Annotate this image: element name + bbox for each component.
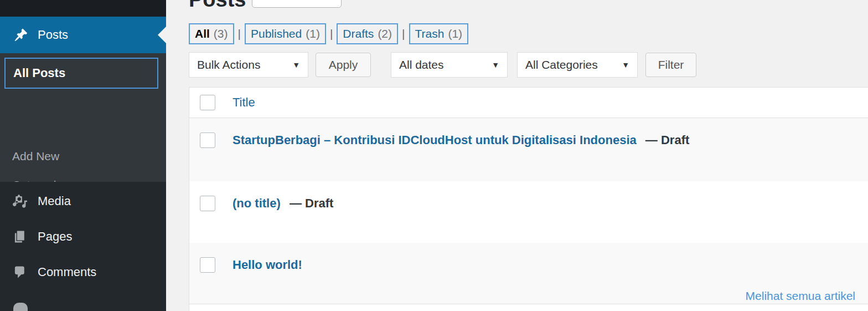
add-new-button[interactable] (252, 0, 342, 8)
media-icon (12, 193, 28, 209)
view-trash-count: (1) (448, 27, 462, 40)
active-menu-arrow (158, 27, 166, 43)
post-status-draft: — Draft (290, 196, 333, 210)
post-status-views: All (3) | Published (1) | Drafts (2) | T… (189, 23, 468, 44)
sidebar-item-comments-label: Comments (38, 265, 96, 279)
apply-button[interactable]: Apply (316, 53, 371, 77)
view-separator: | (402, 27, 405, 40)
filter-button[interactable]: Filter (645, 53, 696, 77)
sidebar-item-media-label: Media (38, 194, 71, 208)
sidebar-item-pages-label: Pages (38, 230, 72, 244)
view-drafts-label: Drafts (343, 27, 374, 40)
view-separator: | (238, 27, 241, 40)
table-header-row: Title (189, 88, 868, 118)
pages-icon (12, 229, 28, 244)
sidebar-item-media[interactable]: Media (0, 186, 166, 216)
wordpress-admin-posts-page: Posts All Posts Add New Categories Tags … (0, 0, 868, 311)
comments-icon (12, 264, 28, 280)
row-checkbox[interactable] (200, 257, 215, 273)
sidebar-lower-menu: Media Pages Comments (0, 182, 166, 311)
list-toolbar: Bulk Actions ▼ Apply All dates ▼ All Cat… (189, 52, 696, 78)
dropdown-arrow-icon: ▼ (492, 60, 499, 69)
pushpin-icon (13, 27, 29, 43)
sidebar-item-all-posts-label: All Posts (13, 66, 65, 80)
bulk-actions-value: Bulk Actions (197, 58, 260, 72)
page-title: Posts (189, 0, 246, 12)
column-header-title[interactable]: Title (232, 95, 255, 110)
table-row: StartupBerbagi – Kontribusi IDCloudHost … (189, 118, 868, 181)
view-trash-label: Trash (415, 27, 445, 40)
post-status-draft: — Draft (645, 133, 689, 147)
dates-filter-value: All dates (399, 58, 444, 72)
posts-submenu: All Posts Add New Categories Tags (0, 53, 166, 182)
view-separator: | (330, 27, 333, 40)
select-all-checkbox[interactable] (200, 95, 215, 110)
sidebar-item-pages[interactable]: Pages (0, 222, 166, 252)
sidebar-item-add-new[interactable]: Add New (12, 150, 59, 163)
categories-filter-value: All Categories (525, 58, 598, 72)
sidebar-item-posts-label: Posts (38, 28, 68, 42)
post-title-link[interactable]: (no title) (232, 196, 281, 210)
see-all-articles-link[interactable]: Melihat semua artikel (746, 289, 855, 303)
view-drafts-count: (2) (378, 27, 392, 40)
dates-filter-select[interactable]: All dates ▼ (391, 52, 508, 78)
sidebar-item-comments[interactable]: Comments (0, 257, 166, 287)
view-published-label: Published (251, 27, 302, 40)
posts-table: Title StartupBerbagi – Kontribusi IDClou… (189, 87, 868, 311)
admin-sidebar: Posts All Posts Add New Categories Tags … (0, 0, 166, 311)
appearance-icon-partial (13, 303, 28, 311)
view-trash-link[interactable]: Trash (1) (409, 23, 469, 44)
categories-filter-select[interactable]: All Categories ▼ (517, 52, 638, 78)
dropdown-arrow-icon: ▼ (622, 60, 629, 69)
sidebar-item-posts[interactable]: Posts (0, 17, 166, 53)
view-all-label: All (195, 27, 210, 40)
post-title-link[interactable]: Hello world! (232, 258, 302, 272)
bulk-actions-select[interactable]: Bulk Actions ▼ (189, 52, 308, 78)
sidebar-top-strip (0, 0, 166, 17)
sidebar-item-all-posts[interactable]: All Posts (4, 58, 158, 89)
view-published-link[interactable]: Published (1) (245, 23, 326, 44)
row-checkbox[interactable] (200, 196, 215, 211)
table-footer-row (189, 304, 868, 311)
row-checkbox[interactable] (200, 132, 215, 148)
view-published-count: (1) (306, 27, 320, 40)
view-all-link[interactable]: All (3) (189, 23, 234, 44)
post-title-link[interactable]: StartupBerbagi – Kontribusi IDCloudHost … (232, 133, 637, 147)
dropdown-arrow-icon: ▼ (292, 60, 300, 69)
view-drafts-link[interactable]: Drafts (2) (337, 23, 398, 44)
table-row: (no title) — Draft (189, 181, 868, 243)
view-all-count: (3) (214, 27, 228, 40)
